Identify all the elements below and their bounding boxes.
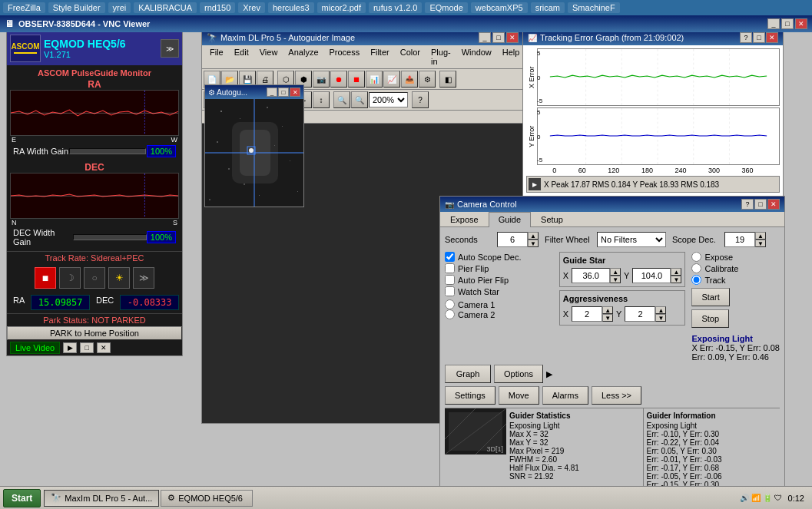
autosub-maximize[interactable]: □: [278, 88, 289, 97]
move-button[interactable]: Move: [499, 386, 539, 405]
aggr-x-input[interactable]: [572, 306, 602, 322]
aggr-x-up[interactable]: ▲: [602, 306, 613, 314]
radio-cam2[interactable]: [445, 309, 455, 319]
topbar-rnd150[interactable]: rnd150: [200, 2, 235, 13]
alarms-button[interactable]: Alarms: [542, 386, 588, 405]
maxim-minimize[interactable]: _: [479, 32, 491, 43]
graph-button[interactable]: Graph: [445, 365, 491, 383]
aggr-y-up[interactable]: ▲: [655, 306, 666, 314]
seconds-input[interactable]: [497, 232, 528, 247]
autosub-close[interactable]: ✕: [290, 88, 300, 97]
settings-button[interactable]: Settings: [445, 386, 495, 405]
tracking-play[interactable]: ▶: [529, 178, 541, 190]
scope-dec-up[interactable]: ▲: [755, 232, 766, 240]
auto-pier-cb[interactable]: [445, 275, 455, 285]
tb-extra1[interactable]: ◧: [439, 71, 456, 88]
tb-graph[interactable]: 📈: [383, 71, 400, 88]
menu-analyze[interactable]: Analyze: [283, 47, 323, 67]
tb-camera[interactable]: 📷: [313, 71, 330, 88]
slew-btn-1[interactable]: ☽: [59, 267, 81, 289]
slew-btn-4[interactable]: ≫: [133, 267, 154, 289]
pier-flip-cb[interactable]: [445, 263, 455, 273]
options-button[interactable]: Options: [494, 365, 543, 383]
tracking-maximize[interactable]: □: [753, 32, 765, 43]
park-button[interactable]: PARK to Home Position: [7, 326, 182, 340]
taskbar-eqmod[interactable]: ⚙ EQMOD HEQ5/6: [161, 490, 253, 507]
menu-view[interactable]: View: [255, 47, 283, 67]
maxim-close[interactable]: ✕: [506, 32, 519, 43]
seconds-up[interactable]: ▲: [528, 232, 539, 240]
radio-calibrate[interactable]: [691, 263, 701, 273]
tab-expose[interactable]: Expose: [440, 212, 489, 226]
tb-stop-rec[interactable]: ⏹: [348, 71, 365, 88]
start-button-taskbar[interactable]: Start: [3, 489, 41, 507]
taskbar-maxim[interactable]: 🔭 MaxIm DL Pro 5 - Aut...: [44, 490, 159, 507]
menu-plugin[interactable]: Plug-in: [426, 47, 456, 67]
menu-process[interactable]: Process: [325, 47, 365, 67]
tab-guide[interactable]: Guide: [489, 212, 531, 227]
eqmod-settings-btn[interactable]: ≫: [161, 39, 179, 58]
topbar-filezilla[interactable]: FreeZilla: [3, 2, 45, 13]
menu-edit[interactable]: Edit: [230, 47, 254, 67]
tb2-zoom-out[interactable]: 🔍: [333, 91, 350, 108]
guide-y-up[interactable]: ▲: [671, 268, 681, 276]
live-video-toggle[interactable]: ▶: [63, 342, 77, 353]
live-video-close[interactable]: ✕: [97, 342, 111, 353]
guide-x-down[interactable]: ▼: [610, 276, 621, 283]
aggr-x-down[interactable]: ▼: [602, 314, 613, 322]
tracking-close[interactable]: ✕: [766, 32, 778, 43]
tb2-imgctrl5[interactable]: ↕: [313, 91, 330, 108]
tb2-zoom-in[interactable]: 🔍: [351, 91, 368, 108]
guide-x-input[interactable]: [572, 268, 610, 283]
vnc-maximize[interactable]: □: [781, 18, 794, 29]
topbar-eqmode[interactable]: EQmode: [425, 2, 467, 13]
seconds-down[interactable]: ▼: [528, 240, 539, 247]
filter-select[interactable]: No Filters: [597, 232, 666, 247]
menu-window[interactable]: Window: [457, 47, 496, 67]
topbar-micor2[interactable]: micor2.pdf: [317, 2, 366, 13]
topbar-stylebuilder[interactable]: Style Builder: [48, 2, 105, 13]
radio-track[interactable]: [691, 275, 701, 285]
topbar-yrei[interactable]: yrei: [108, 2, 131, 13]
tb-chart[interactable]: 📊: [366, 71, 383, 88]
dec-gain-slider[interactable]: [73, 234, 147, 240]
aggr-y-input[interactable]: [625, 306, 655, 322]
guide-x-up[interactable]: ▲: [610, 268, 621, 276]
aggr-y-down[interactable]: ▼: [655, 314, 666, 322]
radio-cam1[interactable]: [445, 299, 455, 309]
slew-btn-2[interactable]: ○: [84, 267, 105, 289]
topbar-webcam[interactable]: webcamXP5: [471, 2, 528, 13]
tracking-help[interactable]: ?: [740, 32, 752, 43]
tb2-help[interactable]: ?: [412, 91, 429, 108]
topbar-kalibracua[interactable]: KALIBRACUA: [134, 2, 197, 13]
radio-expose[interactable]: [691, 252, 701, 262]
scope-dec-down[interactable]: ▼: [755, 240, 766, 247]
options-arrow[interactable]: ▶: [546, 369, 552, 379]
guide-y-input[interactable]: [632, 268, 671, 283]
stop-button[interactable]: ■: [35, 267, 56, 289]
menu-file[interactable]: File: [205, 47, 228, 67]
topbar-smachine[interactable]: SmachineF: [568, 2, 620, 13]
scope-dec-input[interactable]: [724, 232, 755, 247]
slew-btn-3[interactable]: ☀: [108, 267, 130, 289]
maxim-maximize[interactable]: □: [492, 32, 505, 43]
tb-export[interactable]: 📤: [401, 71, 418, 88]
live-video-settings[interactable]: □: [80, 342, 94, 353]
topbar-sricam[interactable]: sricam: [531, 2, 565, 13]
stop-button-camera[interactable]: Stop: [691, 309, 729, 328]
camera-close[interactable]: ✕: [767, 199, 780, 210]
topbar-rufus[interactable]: rufus v1.2.0: [369, 2, 422, 13]
camera-help[interactable]: ?: [741, 199, 754, 210]
start-button[interactable]: Start: [691, 288, 729, 306]
vnc-minimize[interactable]: _: [767, 18, 780, 29]
menu-filter[interactable]: Filter: [366, 47, 393, 67]
guide-y-down[interactable]: ▼: [671, 276, 681, 283]
tb-settings[interactable]: ⚙: [419, 71, 436, 88]
vnc-close[interactable]: ✕: [795, 18, 807, 29]
ra-gain-slider[interactable]: [69, 148, 146, 154]
tb-record[interactable]: ⏺: [330, 71, 347, 88]
watch-star-cb[interactable]: [445, 286, 455, 296]
topbar-xrev[interactable]: Xrev: [238, 2, 265, 13]
menu-help[interactable]: Help: [498, 47, 525, 67]
topbar-hercules[interactable]: hercules3: [268, 2, 314, 13]
